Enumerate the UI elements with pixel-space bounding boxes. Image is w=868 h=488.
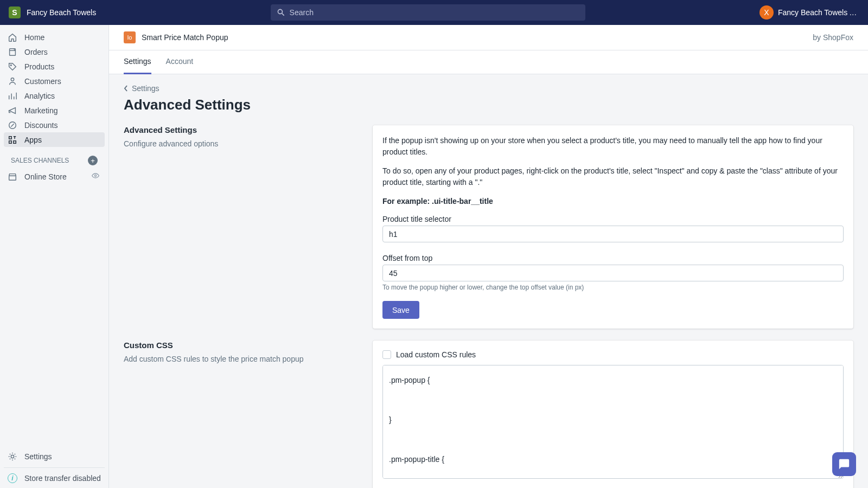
custom-css-textarea[interactable] bbox=[382, 365, 844, 479]
orders-icon bbox=[8, 47, 17, 57]
app-name: Smart Price Match Popup bbox=[142, 33, 228, 42]
help-text-offset: To move the popup higher or lower, chang… bbox=[382, 284, 844, 291]
help-paragraph: If the popup isn't showing up on your st… bbox=[382, 135, 844, 158]
sidebar-item-label: Online Store bbox=[24, 172, 67, 181]
products-icon bbox=[8, 62, 17, 72]
section-heading: Custom CSS bbox=[124, 341, 361, 350]
section-desc-css: Custom CSS Add custom CSS rules to style… bbox=[124, 341, 361, 488]
sidebar-item-marketing[interactable]: Marketing bbox=[4, 103, 105, 118]
main-content: lo Smart Price Match Popup by ShopFox Se… bbox=[109, 25, 868, 488]
advanced-settings-card: If the popup isn't showing up on your st… bbox=[373, 125, 853, 329]
svg-rect-5 bbox=[9, 140, 12, 143]
app-vendor: by ShopFox bbox=[813, 33, 853, 42]
sidebar-item-online-store[interactable]: Online Store bbox=[4, 169, 105, 184]
sidebar-item-analytics[interactable]: Analytics bbox=[4, 88, 105, 103]
store-name[interactable]: Fancy Beach Towels bbox=[27, 8, 96, 17]
custom-css-card: Load custom CSS rules Save bbox=[373, 341, 853, 488]
section-desc-advanced: Advanced Settings Configure advanced opt… bbox=[124, 125, 361, 329]
chevron-left-icon bbox=[124, 85, 128, 92]
app-icon: lo bbox=[124, 31, 136, 43]
avatar: X bbox=[760, 5, 774, 20]
svg-point-1 bbox=[10, 65, 11, 66]
section-subtext: Add custom CSS rules to style the price … bbox=[124, 355, 361, 363]
sidebar-status[interactable]: i Store transfer disabled bbox=[4, 467, 105, 488]
svg-point-7 bbox=[94, 175, 96, 176]
apps-icon bbox=[8, 135, 17, 145]
search-icon bbox=[277, 8, 285, 17]
marketing-icon bbox=[8, 106, 17, 115]
sidebar-item-label: Orders bbox=[24, 48, 48, 56]
field-label-offset: Offset from top bbox=[382, 254, 844, 262]
gear-icon bbox=[8, 452, 17, 461]
chat-icon bbox=[838, 458, 850, 470]
sidebar-item-home[interactable]: Home bbox=[4, 30, 105, 44]
eye-icon[interactable] bbox=[91, 171, 101, 182]
sidebar-item-discounts[interactable]: Discounts bbox=[4, 118, 105, 132]
offset-top-input[interactable] bbox=[382, 265, 844, 281]
app-header: lo Smart Price Match Popup by ShopFox bbox=[109, 25, 868, 50]
product-title-selector-input[interactable] bbox=[382, 226, 844, 242]
sidebar-item-customers[interactable]: Customers bbox=[4, 74, 105, 88]
customers-icon bbox=[8, 76, 17, 86]
sidebar-item-label: Analytics bbox=[24, 92, 55, 100]
store-icon bbox=[8, 172, 17, 182]
user-label: Fancy Beach Towels Ad... bbox=[778, 8, 859, 17]
chat-fab[interactable] bbox=[832, 452, 856, 476]
sidebar-item-label: Products bbox=[24, 62, 54, 71]
save-button[interactable]: Save bbox=[382, 301, 419, 319]
info-icon: i bbox=[8, 473, 17, 483]
sidebar-item-orders[interactable]: Orders bbox=[4, 44, 105, 59]
section-subtext: Configure advanced options bbox=[124, 139, 361, 148]
sidebar-item-label: Apps bbox=[24, 136, 42, 144]
field-label-selector: Product title selector bbox=[382, 215, 844, 223]
svg-rect-4 bbox=[9, 136, 12, 139]
checkbox-label: Load custom CSS rules bbox=[396, 350, 476, 359]
help-example: For example: .ui-title-bar__title bbox=[382, 196, 844, 207]
tab-account[interactable]: Account bbox=[166, 50, 194, 74]
user-menu[interactable]: X Fancy Beach Towels Ad... bbox=[760, 5, 859, 20]
home-icon bbox=[8, 33, 17, 42]
sidebar-item-label: Settings bbox=[24, 452, 52, 461]
svg-rect-6 bbox=[14, 140, 16, 143]
channels-header: SALES CHANNELS + bbox=[4, 147, 105, 169]
tab-settings[interactable]: Settings bbox=[124, 50, 151, 74]
sidebar-item-products[interactable]: Products bbox=[4, 59, 105, 74]
search-input[interactable]: Search bbox=[271, 4, 585, 21]
analytics-icon bbox=[8, 91, 17, 101]
sidebar-item-label: Home bbox=[24, 33, 44, 42]
section-heading: Advanced Settings bbox=[124, 125, 361, 134]
shop-logo[interactable]: S bbox=[9, 7, 21, 18]
discounts-icon bbox=[8, 120, 17, 130]
page-title: Advanced Settings bbox=[124, 97, 853, 113]
svg-point-8 bbox=[11, 455, 14, 458]
tabs: Settings Account bbox=[109, 50, 868, 74]
add-channel-icon[interactable]: + bbox=[88, 156, 98, 165]
search-placeholder: Search bbox=[290, 8, 314, 17]
load-css-checkbox[interactable] bbox=[382, 350, 391, 359]
help-paragraph: To do so, open any of your product pages… bbox=[382, 165, 844, 188]
sidebar-item-apps[interactable]: Apps bbox=[4, 132, 105, 147]
breadcrumb-back[interactable]: Settings bbox=[124, 84, 853, 93]
svg-point-2 bbox=[11, 78, 14, 80]
sidebar-item-label: Customers bbox=[24, 77, 61, 86]
sidebar: Home Orders Products Customers Analytics… bbox=[0, 25, 109, 488]
status-label: Store transfer disabled bbox=[24, 474, 101, 483]
top-bar: S Fancy Beach Towels Search X Fancy Beac… bbox=[0, 0, 868, 25]
sidebar-item-label: Discounts bbox=[24, 121, 58, 130]
sidebar-settings[interactable]: Settings bbox=[4, 449, 105, 464]
sidebar-item-label: Marketing bbox=[24, 106, 58, 115]
breadcrumb-label: Settings bbox=[132, 84, 159, 93]
